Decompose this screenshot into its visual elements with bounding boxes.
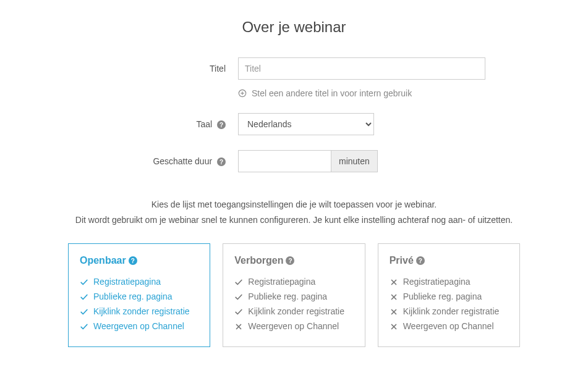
card-title: Privé ? bbox=[390, 255, 508, 266]
access-intro: Kies de lijst met toegangsinstellingen d… bbox=[0, 197, 588, 228]
access-card-openbaar[interactable]: Openbaar ? RegistratiepaginaPublieke reg… bbox=[68, 243, 210, 346]
alt-title-link[interactable]: Stel een andere titel in voor intern geb… bbox=[238, 88, 412, 98]
card-list-item-label: Registratiepagina bbox=[248, 275, 315, 290]
duration-row: Geschatte duur ? minuten bbox=[0, 150, 588, 172]
help-icon[interactable]: ? bbox=[217, 157, 226, 166]
card-list-item: Publieke reg. pagina bbox=[80, 290, 198, 304]
help-icon[interactable]: ? bbox=[217, 120, 226, 129]
card-list-item: Weergeven op Channel bbox=[80, 319, 198, 334]
card-list-item-label: Publieke reg. pagina bbox=[248, 290, 327, 304]
page-title: Over je webinar bbox=[0, 19, 588, 36]
x-icon bbox=[390, 308, 398, 316]
language-label: Taal ? bbox=[0, 119, 238, 129]
check-icon bbox=[234, 278, 243, 287]
card-list: RegistratiepaginaPublieke reg. paginaKij… bbox=[80, 275, 198, 334]
card-list-item: Kijklink zonder registratie bbox=[80, 304, 198, 319]
alt-title-row: Stel een andere titel in voor intern geb… bbox=[0, 88, 588, 98]
access-card-verborgen[interactable]: Verborgen ? RegistratiepaginaPublieke re… bbox=[223, 243, 365, 346]
intro-line-1: Kies de lijst met toegangsinstellingen d… bbox=[0, 197, 588, 212]
x-icon bbox=[234, 322, 243, 331]
card-list-item-label: Kijklink zonder registratie bbox=[93, 304, 190, 319]
card-list-item: Weergeven op Channel bbox=[234, 319, 353, 334]
card-list-item-label: Publieke reg. pagina bbox=[93, 290, 173, 304]
access-card-prive[interactable]: Privé ? RegistratiepaginaPublieke reg. p… bbox=[378, 243, 520, 346]
card-list-item-label: Publieke reg. pagina bbox=[403, 290, 482, 304]
help-icon[interactable]: ? bbox=[416, 256, 425, 265]
card-list-item-label: Registratiepagina bbox=[93, 275, 161, 290]
card-list: RegistratiepaginaPublieke reg. paginaKij… bbox=[234, 275, 353, 334]
card-title: Openbaar ? bbox=[80, 255, 198, 266]
help-icon[interactable]: ? bbox=[286, 256, 294, 265]
check-icon bbox=[80, 322, 88, 331]
title-input[interactable] bbox=[238, 57, 485, 80]
check-icon bbox=[80, 308, 88, 316]
card-list-item-label: Kijklink zonder registratie bbox=[403, 304, 500, 319]
duration-label: Geschatte duur ? bbox=[0, 156, 238, 166]
card-list-item: Kijklink zonder registratie bbox=[234, 304, 353, 319]
intro-line-2: Dit wordt gebruikt om je webinar snel te… bbox=[0, 212, 588, 228]
check-icon bbox=[234, 308, 243, 316]
card-list-item: Publieke reg. pagina bbox=[234, 290, 353, 304]
card-list-item-label: Weergeven op Channel bbox=[403, 319, 494, 334]
check-icon bbox=[234, 293, 243, 301]
help-icon[interactable]: ? bbox=[129, 256, 137, 265]
duration-input[interactable] bbox=[238, 150, 331, 172]
title-row: Titel bbox=[0, 57, 588, 80]
language-row: Taal ? Nederlands bbox=[0, 113, 588, 135]
card-list-item: Kijklink zonder registratie bbox=[390, 304, 508, 319]
card-list-item: Registratiepagina bbox=[80, 275, 198, 290]
webinar-form: Titel Stel een andere titel in voor inte… bbox=[0, 57, 588, 172]
x-icon bbox=[390, 293, 398, 301]
x-icon bbox=[390, 322, 398, 331]
card-list-item: Weergeven op Channel bbox=[390, 319, 508, 334]
card-list-item-label: Kijklink zonder registratie bbox=[248, 304, 344, 319]
card-list-item: Registratiepagina bbox=[390, 275, 508, 290]
title-label: Titel bbox=[0, 64, 238, 73]
card-list-item-label: Weergeven op Channel bbox=[248, 319, 339, 334]
alt-title-text: Stel een andere titel in voor intern geb… bbox=[252, 88, 412, 98]
plus-circle-icon bbox=[238, 89, 247, 98]
access-cards: Openbaar ? RegistratiepaginaPublieke reg… bbox=[0, 243, 588, 346]
card-list: RegistratiepaginaPublieke reg. paginaKij… bbox=[390, 275, 508, 334]
check-icon bbox=[80, 293, 88, 301]
card-title: Verborgen ? bbox=[234, 255, 353, 266]
card-list-item: Registratiepagina bbox=[234, 275, 353, 290]
x-icon bbox=[390, 278, 398, 287]
card-list-item: Publieke reg. pagina bbox=[390, 290, 508, 304]
check-icon bbox=[80, 278, 88, 287]
duration-suffix: minuten bbox=[331, 150, 378, 172]
card-list-item-label: Registratiepagina bbox=[403, 275, 471, 290]
language-select[interactable]: Nederlands bbox=[238, 113, 374, 135]
card-list-item-label: Weergeven op Channel bbox=[93, 319, 184, 334]
